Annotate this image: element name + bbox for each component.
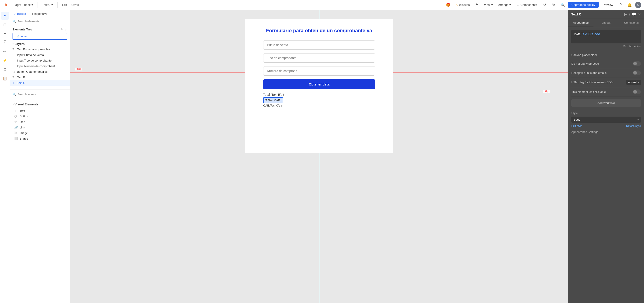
notification-icon[interactable]: 🔔: [626, 1, 633, 9]
rp-header: Text C ▶ ℹ 💬 ✕: [568, 10, 644, 19]
index-item[interactable]: 📄 index: [12, 33, 67, 40]
html-tag-select[interactable]: normal ▾: [626, 80, 641, 85]
rail-paint-icon[interactable]: ✏: [1, 48, 9, 56]
canvas-inner: 552px 487px 194px Formulario para obten …: [70, 10, 568, 303]
rail-plugin-icon[interactable]: ⚡: [1, 56, 9, 65]
rail-grid-icon[interactable]: ⊞: [1, 21, 9, 29]
ve-image-label: Image: [20, 131, 28, 135]
ve-item-icon[interactable]: ☆ Icon: [10, 119, 70, 125]
layers-chevron-icon: ▾: [12, 43, 14, 45]
assets-search-input[interactable]: [18, 93, 67, 96]
layer-item-input-punto[interactable]: Ⅰ Input Punto de venta: [10, 52, 70, 58]
rail-db-icon[interactable]: 🗄: [1, 39, 9, 47]
rail-ui-icon[interactable]: ✦: [1, 12, 9, 20]
assets-search-area[interactable]: 🔍: [10, 91, 70, 98]
ve-button-icon: ⬡: [14, 115, 18, 118]
rp-close-icon[interactable]: ✕: [638, 12, 641, 16]
rail-layers-icon[interactable]: ≡: [1, 30, 9, 38]
layer-item-input-numero[interactable]: Ⅰ Input Numero de comprobant: [10, 63, 70, 69]
help-icon[interactable]: ?: [617, 1, 624, 9]
cae-text-label: CAE:: [574, 33, 581, 36]
tab-layout[interactable]: Layout: [594, 19, 619, 27]
layer-item-text-b[interactable]: T Text B: [10, 75, 70, 80]
view-chevron-icon: ▾: [491, 3, 493, 7]
redo-icon[interactable]: ↻: [550, 1, 557, 9]
tab-divider: |: [29, 12, 30, 16]
rp-tabs: Appearance Layout Conditional: [568, 19, 644, 27]
search-elements-input[interactable]: [18, 20, 67, 23]
arrange-dropdown[interactable]: Arrange ▾: [496, 2, 513, 8]
add-workflow-button[interactable]: Add workflow: [571, 99, 641, 107]
rp-title: Text C: [571, 12, 622, 16]
cae-link[interactable]: Text C's cae: [581, 32, 600, 36]
appearance-settings-label: Appearance Settings: [571, 130, 641, 134]
canvas-input-tipo[interactable]: [263, 53, 375, 63]
undo-icon[interactable]: ↺: [541, 1, 548, 9]
ve-item-shape[interactable]: ⬜ Shape: [10, 136, 70, 141]
rail-settings-icon[interactable]: ⚙: [1, 65, 9, 73]
canvas-text-c-below: CAE:Text C's c: [263, 104, 375, 107]
rail-doc-icon[interactable]: 📋: [1, 74, 9, 82]
rp-content: CAE:Text C's cae Rich text editor Canvas…: [568, 27, 644, 303]
layer-label-4: Button Obtener detalles: [17, 70, 48, 73]
tab-ui-builder[interactable]: UI Builder: [12, 12, 27, 16]
tree-eye-icon[interactable]: 👁: [60, 28, 64, 31]
search-icon[interactable]: 🔍: [559, 1, 566, 9]
ve-item-text[interactable]: T Text: [10, 108, 70, 113]
canvas-result-label: Total: Text B's t: [263, 93, 375, 96]
ve-item-button[interactable]: ⬡ Button: [10, 113, 70, 119]
layers-header[interactable]: ▾ Layers: [10, 41, 70, 47]
ve-text-icon: T: [14, 109, 18, 112]
upgrade-button[interactable]: Upgrade to deploy: [568, 2, 599, 8]
canvas-text-c-selected[interactable]: T Text CAE:: [263, 97, 283, 103]
logo[interactable]: b: [3, 2, 9, 8]
preview-button[interactable]: Preview: [600, 2, 616, 8]
text-icon-5: T: [12, 76, 16, 79]
layer-item-text-c[interactable]: T Text C: [10, 80, 70, 86]
rp-play-icon[interactable]: ▶: [624, 12, 627, 16]
tab-selector[interactable]: Text C ▾: [40, 2, 55, 8]
components-label: Components: [520, 3, 537, 7]
rich-text-editor-link[interactable]: Rich text editor: [571, 45, 641, 48]
flag-icon[interactable]: ⚑: [474, 1, 480, 9]
edit-button[interactable]: Edit: [60, 2, 69, 8]
canvas-placeholder-row: Canvas placeholder: [571, 51, 641, 59]
rp-info-icon[interactable]: ℹ: [628, 12, 630, 16]
html-tag-value: normal: [628, 81, 637, 84]
layer-label-6: Text C: [17, 81, 25, 85]
section-separator-2: [10, 99, 70, 99]
search-elements-area[interactable]: 🔍: [10, 18, 70, 25]
canvas-obtener-button[interactable]: Obtener deta: [263, 79, 375, 89]
ve-item-link[interactable]: 🔗 Link: [10, 125, 70, 130]
issues-button[interactable]: ⚠ 0 issues: [454, 2, 472, 8]
gift-icon[interactable]: 🎁: [444, 1, 452, 9]
tab-appearance[interactable]: Appearance: [568, 19, 594, 27]
tree-header: Elements Tree 👁 ⤢: [10, 27, 70, 32]
layer-item-button-obtener[interactable]: ⬡ Button Obtener detalles: [10, 69, 70, 75]
avatar[interactable]: U: [635, 2, 641, 8]
tab-conditional[interactable]: Conditional: [619, 19, 644, 27]
edit-style-link[interactable]: Edit style: [571, 124, 582, 128]
input-icon-3: Ⅰ: [12, 65, 16, 68]
tab-responsive[interactable]: Responsive: [31, 12, 48, 16]
page-selector[interactable]: Page: index ▾: [12, 2, 35, 8]
visual-elements-header[interactable]: ▾ Visual Elements: [10, 102, 70, 107]
recognize-links-toggle[interactable]: [633, 71, 641, 75]
tree-expand-icon[interactable]: ⤢: [65, 28, 67, 31]
layer-item-text-formulario[interactable]: T Text Formulario para obte: [10, 47, 70, 52]
canvas-area[interactable]: 552px 487px 194px Formulario para obten …: [70, 10, 568, 303]
layer-item-input-tipo[interactable]: Ⅰ Input Tipo de comprobante: [10, 58, 70, 63]
style-select[interactable]: Body ▾: [571, 117, 641, 123]
ve-text-label: Text: [20, 109, 25, 112]
canvas-input-numero[interactable]: [263, 66, 375, 76]
not-clickable-toggle[interactable]: [633, 90, 641, 94]
detach-style-link[interactable]: Detach style: [626, 124, 641, 128]
components-button[interactable]: ⬡ Components: [514, 2, 539, 8]
ve-item-image[interactable]: 🖼 Image: [10, 130, 70, 136]
rp-comment-icon[interactable]: 💬: [632, 12, 636, 16]
canvas-input-punto[interactable]: [263, 40, 375, 50]
view-dropdown[interactable]: View ▾: [482, 2, 495, 8]
saved-status: Saved: [71, 3, 79, 7]
html-tag-row: HTML tag for this element (SEO) normal ▾: [571, 77, 641, 87]
bbcode-toggle[interactable]: [633, 61, 641, 66]
